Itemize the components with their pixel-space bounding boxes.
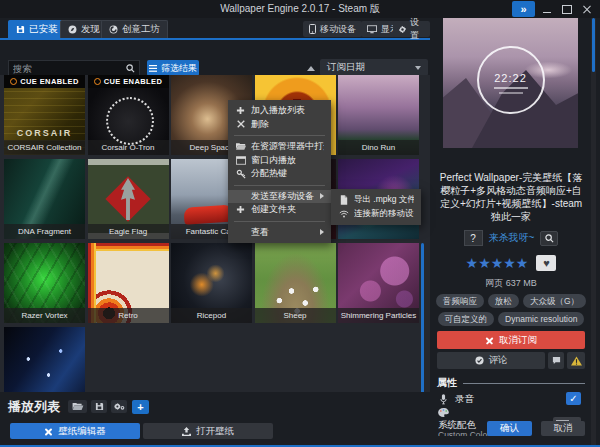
mobile-devices-button[interactable]: 移动设备 xyxy=(303,21,362,37)
save-icon xyxy=(95,402,104,411)
context-menu-item[interactable]: 发送至移动设备 xyxy=(228,190,331,204)
recording-checkbox[interactable]: ✓ xyxy=(566,392,581,405)
wallpaper-tile[interactable]: CUE ENABLEDCorsair O-Tron xyxy=(88,75,169,155)
open-wallpaper-label: 打开壁纸 xyxy=(196,425,234,438)
wallpaper-tile[interactable]: Dino Run xyxy=(338,75,419,155)
wallpaper-tile[interactable]: DNA Fragment xyxy=(4,159,85,239)
tile-title: Razer Vortex xyxy=(4,308,85,323)
wallpaper-tile[interactable]: Razer Vortex xyxy=(4,243,85,323)
tag-pill: 可自定义的 xyxy=(438,312,495,326)
report-button[interactable] xyxy=(567,352,585,369)
wallpaper-tile[interactable]: Shimmering Particles xyxy=(338,243,419,323)
filter-list-icon xyxy=(149,65,157,72)
wallpaper-tile[interactable]: Retro xyxy=(88,243,169,323)
open-wallpaper-button[interactable]: 打开壁纸 xyxy=(143,423,273,439)
context-menu-item[interactable]: 导出 .mpkg 文件 xyxy=(331,193,421,207)
search-input[interactable] xyxy=(9,63,126,74)
cue-logo-icon xyxy=(10,78,17,85)
comment-button[interactable]: 评论 xyxy=(437,352,545,369)
tab-workshop[interactable]: 创意工坊 xyxy=(101,20,168,38)
submenu-arrow-icon xyxy=(320,193,324,199)
compass-icon xyxy=(68,25,77,34)
tile-title: Sheep xyxy=(255,308,336,323)
close-icon xyxy=(235,120,246,128)
cancel-button[interactable]: 取消 xyxy=(541,421,585,436)
rating-row: ★★★★★ ♥ xyxy=(430,254,592,272)
submenu-arrow-icon xyxy=(320,229,324,235)
save-playlist-button[interactable] xyxy=(91,400,107,413)
wallpaper-tile[interactable]: Sheep xyxy=(255,243,336,323)
context-menu-item[interactable]: 删除 xyxy=(228,118,331,132)
chat-bubble-button[interactable] xyxy=(548,352,564,369)
properties-header-label: 属性 xyxy=(437,376,457,390)
tag-pill: 放松 xyxy=(488,294,519,308)
tools-icon xyxy=(44,427,53,436)
search-box xyxy=(8,60,140,76)
cue-logo-icon xyxy=(94,78,101,85)
mobile-devices-label: 移动设备 xyxy=(320,23,356,36)
context-menu-item[interactable]: 查看 xyxy=(228,226,331,240)
menu-separator xyxy=(234,135,325,136)
star-icon[interactable]: ★ xyxy=(491,255,504,271)
tag-pill: 大众级（G） xyxy=(523,294,586,308)
add-playlist-button[interactable]: + xyxy=(132,400,149,414)
context-menu-item[interactable]: 窗口内播放 xyxy=(228,154,331,168)
clock-date-line xyxy=(499,92,523,94)
wallpaper-tile[interactable]: Eagle Flag xyxy=(88,159,169,239)
star-icon[interactable]: ★ xyxy=(516,255,529,271)
maximize-button[interactable] xyxy=(559,1,575,17)
menu-item-label: 在资源管理器中打开 xyxy=(251,140,324,153)
search-icon xyxy=(545,234,554,243)
wallpaper-editor-button[interactable]: 壁纸编辑器 xyxy=(10,423,140,439)
settings-button[interactable]: 设置 xyxy=(393,21,430,37)
unsubscribe-button[interactable]: 取消订阅 xyxy=(437,331,585,349)
workshop-icon xyxy=(109,25,118,34)
type-size-label: 网页 637 MB xyxy=(430,277,592,290)
favorite-button[interactable]: ♥ xyxy=(536,255,556,271)
close-button[interactable] xyxy=(579,1,595,17)
author-link[interactable]: 来杀我呀~ xyxy=(489,231,535,245)
x-icon xyxy=(237,120,245,128)
menu-item-label: 查看 xyxy=(251,226,315,239)
clock-overlay: 22:22 xyxy=(477,46,545,114)
context-menu-item[interactable]: 创建文件夹 xyxy=(228,203,331,217)
context-menu-item[interactable]: 连接新的移动设备 xyxy=(331,207,421,221)
tile-title: Ricepod xyxy=(171,308,252,323)
confirm-button[interactable]: 确认 xyxy=(487,421,532,436)
star-icon[interactable]: ★ xyxy=(466,255,479,271)
menu-item-label: 导出 .mpkg 文件 xyxy=(354,194,414,206)
playlist-settings-button[interactable] xyxy=(111,400,127,413)
tile-brand-text: CORSAIR xyxy=(4,128,85,138)
rating-stars[interactable]: ★★★★★ xyxy=(466,254,529,272)
tag-row: 可自定义的Dynamic resolution xyxy=(438,312,585,326)
main-tabs: 已安装 发现 创意工坊 移动设备 显示 设置 xyxy=(0,18,430,40)
detail-scrollbar-track[interactable] xyxy=(591,18,596,447)
author-search-button[interactable] xyxy=(540,231,558,246)
expand-panel-button[interactable] xyxy=(512,1,535,17)
wallpaper-tile[interactable]: Ricepod xyxy=(171,243,252,323)
minimize-button[interactable] xyxy=(539,1,555,17)
wallpaper-preview[interactable]: 22:22 xyxy=(443,18,578,148)
context-menu-item[interactable]: 加入播放列表 xyxy=(228,104,331,118)
menu-item-label: 分配热键 xyxy=(251,167,324,180)
star-icon[interactable]: ★ xyxy=(478,255,491,271)
star-icon[interactable]: ★ xyxy=(503,255,516,271)
menu-separator xyxy=(234,221,325,222)
sort-dropdown[interactable]: 订阅日期 xyxy=(320,59,428,76)
properties-header: 属性 xyxy=(437,376,585,390)
collapse-filter-button[interactable] xyxy=(304,63,317,74)
menu-item-label: 删除 xyxy=(251,118,324,131)
folder-icon xyxy=(235,142,246,151)
context-menu-item[interactable]: 分配热键 xyxy=(228,167,331,181)
context-menu: 加入播放列表删除在资源管理器中打开窗口内播放分配热键发送至移动设备创建文件夹查看 xyxy=(228,100,331,243)
app-window: Wallpaper Engine 2.0.17 - Steam 版 已安装 发现… xyxy=(0,0,600,447)
author-row: ? 来杀我呀~ xyxy=(430,230,592,246)
menu-item-label: 连接新的移动设备 xyxy=(354,208,414,220)
filter-results-button[interactable]: 筛选结果 xyxy=(147,60,199,76)
detail-scrollbar-thumb[interactable] xyxy=(592,18,595,72)
context-menu-item[interactable]: 在资源管理器中打开 xyxy=(228,140,331,154)
open-playlist-button[interactable] xyxy=(68,400,87,413)
wallpaper-tile[interactable]: CUE ENABLEDCORSAIRCORSAIR Collection xyxy=(4,75,85,155)
tag-pill: Dynamic resolution xyxy=(498,312,584,326)
plus-icon xyxy=(236,106,245,115)
